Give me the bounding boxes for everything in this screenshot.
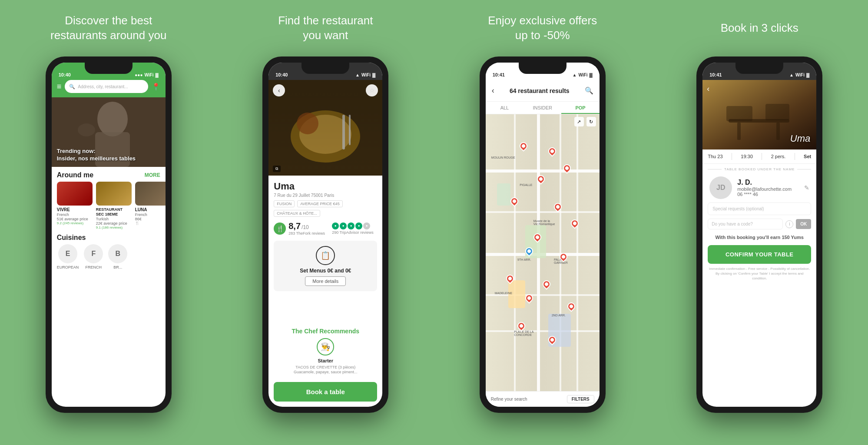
set-menus-title: Set Menus 0€ and 0€ xyxy=(279,268,372,274)
divider-2 xyxy=(762,153,762,160)
map-pin-7[interactable] xyxy=(570,218,580,229)
refresh-icon[interactable]: ↻ xyxy=(586,117,596,126)
book-table-button[interactable]: Book a table xyxy=(274,382,377,402)
battery-icon-3: ▓ xyxy=(589,73,592,77)
edit-user-button[interactable]: ✎ xyxy=(804,184,809,191)
search-header: ‹ 64 restaurant results 🔍 xyxy=(486,80,600,102)
status-icons-3: ▲ WiFi ▓ xyxy=(573,73,593,77)
status-icons-4: ▲ WiFi ▓ xyxy=(789,73,809,77)
map-pin-6[interactable] xyxy=(552,201,563,212)
hamburger-icon[interactable]: ≡ xyxy=(57,82,62,91)
map-pin-5[interactable] xyxy=(509,196,520,206)
tag-category: CHÂTEAUX & HÔTE... xyxy=(274,210,320,217)
tab-pop[interactable]: POP xyxy=(561,102,599,114)
cuisine-french-label: FRENCH xyxy=(86,265,102,269)
restaurant-map[interactable]: MOULIN ROUGE PIGALLE Musée de laVie Roma… xyxy=(486,114,600,391)
thefork-icon: 🍴 xyxy=(274,222,286,235)
wifi-icon-2: WiFi xyxy=(361,73,371,77)
restaurant-image-sec18 xyxy=(96,182,132,206)
divider-1 xyxy=(732,153,732,160)
panel-title-4: Book in 3 clicks xyxy=(721,9,798,48)
search-bar-1: ≡ 🔍 Address, city, restaurant... 📍 xyxy=(52,80,166,97)
chef-icon: 👨‍🍳 xyxy=(317,338,334,355)
tripadvisor-owls: ● ● ● ● ● xyxy=(332,222,374,229)
restaurant-card-vivre[interactable]: VIVRE French 51€ average price 9.2 (245 … xyxy=(57,182,93,229)
more-details-button[interactable]: More details xyxy=(305,276,346,286)
map-block-4 xyxy=(497,183,510,206)
signal-icon-3: ▲ xyxy=(573,73,577,77)
booking-details-bar: Thu 23 19:30 2 pers. Set xyxy=(702,149,816,164)
user-info-section: JD J. D. mobile@lafourchette.com 06 ****… xyxy=(702,171,816,203)
ta-owl-3: ● xyxy=(348,222,354,229)
status-time-4: 10:41 xyxy=(709,72,722,77)
restaurant-price-sec18: 22€ average price xyxy=(96,221,132,226)
hero-overlay xyxy=(268,80,382,176)
under-name-text: TABLE BOOKED UNDER THE NAME xyxy=(724,167,795,171)
search-placeholder: Address, city, restaurant... xyxy=(78,84,128,89)
user-phone: 06 **** 46 xyxy=(737,192,799,197)
restaurant-type-sec18: Turkish xyxy=(96,217,132,221)
ratings-row: 🍴 8,7 /10 283 TheFork reviews ● ● xyxy=(274,221,377,236)
restaurant-content: Uma 7 Rue du 29 Juillet 75001 Paris FUSI… xyxy=(268,176,382,328)
phone-screen-4: 10:41 ▲ WiFi ▓ xyxy=(702,63,816,407)
under-name-container: TABLE BOOKED UNDER THE NAME xyxy=(702,164,816,171)
cuisine-br-circle: B xyxy=(108,244,127,263)
map-background: MOULIN ROUGE PIGALLE Musée de laVie Roma… xyxy=(486,114,600,391)
panel-book: Book in 3 clicks 10:41 ▲ WiFi ▓ xyxy=(651,0,868,445)
booking-time[interactable]: 19:30 xyxy=(741,154,753,159)
battery-icon-2: ▓ xyxy=(372,73,375,77)
set-label[interactable]: Set xyxy=(804,154,811,159)
dish-category: Starter xyxy=(274,358,377,363)
ta-owl-1: ● xyxy=(332,222,339,229)
divider-line-right xyxy=(797,169,811,169)
back-button-3[interactable]: ‹ xyxy=(492,86,494,95)
booking-guests[interactable]: 2 pers. xyxy=(771,154,786,159)
map-label-concorde: PLACE DE LACONCORDE xyxy=(514,330,533,336)
map-pin-14[interactable] xyxy=(516,320,527,331)
compass-icon[interactable]: ↗ xyxy=(574,117,584,126)
svg-point-3 xyxy=(78,123,95,136)
special-requests-input[interactable]: Special requests (optional) xyxy=(708,203,811,215)
tab-all[interactable]: ALL xyxy=(486,102,523,114)
map-pin-13[interactable] xyxy=(566,301,577,312)
status-time-1: 10:40 xyxy=(59,72,71,77)
svg-rect-14 xyxy=(776,123,780,140)
map-pin-1[interactable] xyxy=(518,140,529,151)
booking-date[interactable]: Thu 23 xyxy=(708,154,722,159)
thefork-max: /10 xyxy=(301,224,309,230)
thefork-reviews: 283 TheFork reviews xyxy=(288,231,325,236)
status-icons-2: ▲ WiFi ▓ xyxy=(355,73,375,77)
restaurant-card-sec18[interactable]: RESTAURANT SEC 18EME Turkish 22€ average… xyxy=(96,182,132,229)
map-pin-2[interactable] xyxy=(547,146,557,157)
restaurant-name-vivre: VIVRE xyxy=(57,207,93,213)
location-pin-icon[interactable]: 📍 xyxy=(152,83,160,91)
restaurant-card-luna[interactable]: LUNA French 86€ 🍴 xyxy=(135,182,166,229)
promo-code-input[interactable]: Do you have a code? xyxy=(708,219,783,229)
thefork-score: 8,7 xyxy=(288,221,301,231)
panel-title-3: Enjoy exclusive offers up to -50% xyxy=(488,9,597,48)
tab-insider[interactable]: INSIDER xyxy=(523,102,561,114)
map-pin-11[interactable] xyxy=(541,279,552,289)
search-magnifier-icon: 🔍 xyxy=(69,84,75,90)
restaurant-name-luna: LUNA xyxy=(135,207,166,213)
cuisines-title: Cuisines xyxy=(52,229,166,244)
search-input-container[interactable]: 🔍 Address, city, restaurant... xyxy=(65,80,148,93)
tag-fusion: FUSION xyxy=(274,200,295,207)
cuisine-br[interactable]: B BR... xyxy=(108,244,127,269)
set-menus-icon: 📋 xyxy=(316,246,335,265)
code-ok-button[interactable]: OK xyxy=(796,219,811,229)
search-icon-3[interactable]: 🔍 xyxy=(585,86,593,95)
more-link[interactable]: MORE xyxy=(145,172,160,178)
restaurant-hero-4: ‹ Uma xyxy=(702,80,816,149)
filters-button[interactable]: FILTERS xyxy=(567,395,594,403)
cuisine-french[interactable]: F FRENCH xyxy=(84,244,103,269)
svg-rect-15 xyxy=(726,106,752,121)
battery-icon-4: ▓ xyxy=(806,73,809,77)
yums-message: With this booking you'll earn 150 Yums xyxy=(716,235,804,240)
road-h-1 xyxy=(486,169,600,173)
map-controls: ↗ ↻ xyxy=(574,117,596,126)
confirm-table-button[interactable]: CONFIRM YOUR TABLE xyxy=(708,245,811,264)
user-details: J. D. mobile@lafourchette.com 06 **** 46 xyxy=(737,179,799,197)
cuisine-european[interactable]: E EUROPEAN xyxy=(57,244,79,269)
back-button-4[interactable]: ‹ xyxy=(707,84,709,93)
